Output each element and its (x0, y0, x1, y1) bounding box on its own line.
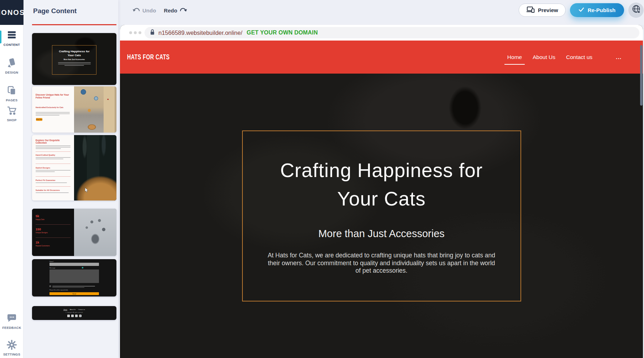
language-globe-button[interactable] (628, 2, 644, 18)
emoji-icon (82, 267, 83, 268)
youtube-icon: ▸ (75, 315, 78, 317)
shop-cart-icon (0, 105, 23, 117)
editor-stage: Undo Redo Preview Re-Publish (118, 0, 644, 358)
site-url: n1566589.websitebuilder.online/ (158, 30, 242, 36)
feedback-bubble-icon (0, 313, 23, 324)
sidebar-item-label: SETTINGS (0, 353, 23, 356)
stat-label: Happy Cats (36, 219, 44, 220)
globe-icon (632, 5, 641, 15)
thumb-discover-heading: Discover Unique Hats for Your Feline Fri… (36, 93, 71, 99)
ionos-logo[interactable]: IONOS (0, 0, 23, 25)
thumb-discover-body-placeholder (36, 111, 70, 116)
redo-button[interactable]: Redo (164, 7, 187, 14)
site-header: HATS FOR CATS Home About Us Contact us .… (120, 41, 643, 74)
nav-home[interactable]: Home (507, 54, 522, 60)
thumb-hero-framed-box: Crafting Happiness for Your Cats More th… (52, 45, 96, 75)
section-thumbnail-contact-form[interactable]: Name* Message Please fill in all the req… (32, 259, 116, 296)
thumb-form-note: Please fill in all the required fields (49, 289, 68, 291)
thumb-footer-nav-item: Contact us (78, 309, 85, 311)
thumb-feature-label: Suitable for All Occasions (36, 189, 70, 191)
section-thumbnail-features[interactable]: Explore Our Exquisite Collection Hand-Cr… (32, 135, 116, 201)
sidebar-item-content[interactable]: CONTENT (0, 30, 23, 47)
facebook-icon: f (67, 315, 70, 317)
mouse-cursor (85, 188, 89, 194)
nav-more-ellipsis[interactable]: ... (616, 54, 622, 60)
stat-value: 150 (36, 228, 48, 231)
thumb-hero-body-placeholder (58, 62, 91, 66)
preview-scrollbar[interactable] (640, 45, 643, 106)
sidebar-item-design[interactable]: DESIGN (0, 58, 23, 74)
sidebar-item-settings[interactable]: SETTINGS (0, 340, 23, 356)
thumb-features-photo (74, 135, 116, 201)
twitter-icon: t (71, 315, 74, 317)
thumb-hero-subtitle: More than Just Accessories (52, 59, 96, 60)
get-domain-link[interactable]: GET YOUR OWN DOMAIN (247, 30, 318, 36)
section-thumbnail-footer[interactable]: Home About Us Contact us © Copyright. Al… (32, 306, 116, 320)
divider (36, 224, 70, 225)
browser-chrome: n1566589.websitebuilder.online/ GET YOUR… (120, 25, 643, 41)
thumb-features-heading-block: Explore Our Exquisite Collection (36, 139, 70, 150)
stat-value: 1k (36, 241, 50, 244)
sidebar-item-feedback[interactable]: FEEDBACK (0, 313, 23, 330)
thumb-form-send-button: Send (49, 292, 99, 295)
sidebar-item-label: FEEDBACK (0, 326, 23, 330)
nav-about-us[interactable]: About Us (533, 54, 555, 60)
thumb-discover-shop-button: Shop Now (36, 118, 42, 121)
undo-icon (132, 7, 140, 14)
divider (36, 186, 70, 187)
sidebar-item-shop[interactable]: SHOP (0, 105, 23, 122)
redo-label: Redo (164, 7, 177, 14)
section-thumbnail-discover[interactable]: Discover Unique Hats for Your Feline Fri… (32, 86, 116, 133)
site-hero-section[interactable]: Crafting Happiness for Your Cats More th… (120, 74, 643, 358)
sidebar-item-label: SHOP (0, 118, 23, 122)
divider (36, 151, 70, 152)
stat-item: 1k Repeat Customers (36, 241, 50, 247)
thumb-footer-copyright: © Copyright. All rights reserved. (32, 312, 116, 313)
devices-icon (526, 6, 535, 14)
window-dot (134, 31, 137, 34)
thumb-footer-socials: f t ▸ ◎ (32, 315, 116, 317)
republish-button[interactable]: Re-Publish (570, 3, 624, 17)
thumb-form-name-label: Name* (49, 261, 54, 262)
settings-gear-icon (0, 340, 23, 351)
section-thumbnail-hero[interactable]: Crafting Happiness for Your Cats More th… (32, 33, 116, 85)
sidebar-item-pages[interactable]: PAGES (0, 85, 23, 102)
lock-icon (150, 29, 155, 37)
divider (36, 176, 70, 177)
section-thumbnail-stats[interactable]: 5k Happy Cats 150 Unique Designs 1k Repe… (32, 209, 116, 256)
thumb-hero-title-line1: Crafting Happiness for (52, 49, 96, 53)
address-bar[interactable]: n1566589.websitebuilder.online/ GET YOUR… (145, 27, 639, 38)
sidebar-item-label: DESIGN (0, 71, 23, 74)
thumb-footer-nav: Home About Us Contact us (32, 309, 116, 311)
sidebar-item-label: CONTENT (0, 43, 23, 47)
page-content-panel: Page Content Crafting Happiness for Your… (23, 0, 118, 358)
check-icon (578, 7, 584, 13)
thumb-form-checkbox (49, 285, 51, 287)
content-icon (0, 30, 23, 41)
app-sidebar: IONOS CONTENT DESIGN PAGES SHOP FEEDBACK (0, 0, 23, 358)
preview-label: Preview (538, 7, 558, 13)
editor-toolbar: Undo Redo Preview Re-Publish (118, 0, 644, 25)
hero-subtitle: More than Just Accessories (243, 228, 520, 240)
thumb-feature-item: Stylish Designs (36, 167, 70, 173)
thumb-stats-text-pane: 5k Happy Cats 150 Unique Designs 1k Repe… (32, 209, 74, 256)
thumb-feature-item: Hand-Crafted Quality (36, 154, 70, 160)
instagram-icon: ◎ (79, 315, 82, 317)
panel-title: Page Content (33, 7, 77, 15)
site-nav: Home About Us Contact us ... (507, 54, 643, 60)
republish-label: Re-Publish (588, 7, 616, 13)
hero-framed-box[interactable]: Crafting Happiness for Your Cats More th… (242, 130, 521, 301)
preview-button[interactable]: Preview (519, 4, 566, 17)
undo-label: Undo (142, 7, 156, 14)
thumb-feature-item: Perfect Fit Guarantee (36, 179, 70, 184)
stat-value: 5k (36, 214, 44, 218)
redo-icon (180, 7, 187, 14)
undo-button[interactable]: Undo (132, 7, 156, 14)
thumb-footer-nav-item: Home (63, 309, 67, 311)
nav-contact-us[interactable]: Contact us (566, 54, 592, 60)
hero-body-text: At Hats for Cats, we are dedicated to cr… (267, 252, 496, 275)
stat-label: Repeat Customers (36, 245, 50, 247)
site-brand[interactable]: HATS FOR CATS (127, 53, 170, 62)
thumb-footer-nav-item: About Us (70, 309, 75, 311)
thumb-form-name-input (49, 263, 99, 266)
